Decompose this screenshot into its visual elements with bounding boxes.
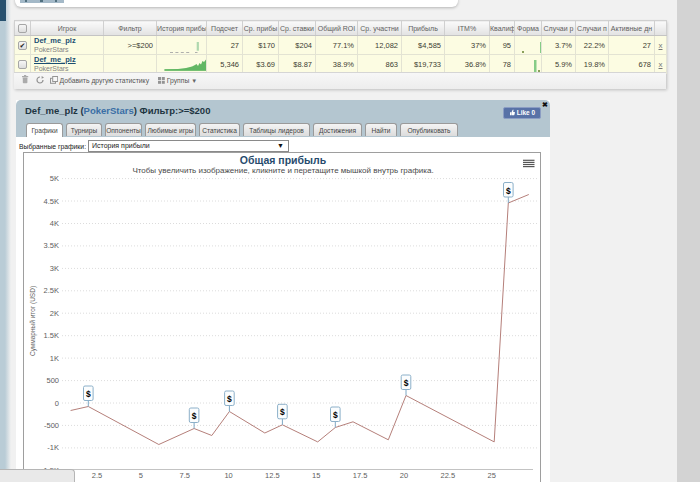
svg-text:2.5: 2.5 bbox=[92, 471, 102, 480]
svg-text:$: $ bbox=[333, 410, 338, 420]
svg-text:4K: 4K bbox=[50, 219, 59, 228]
svg-text:3.5K: 3.5K bbox=[44, 241, 59, 250]
svg-text:$: $ bbox=[280, 407, 285, 417]
svg-text:1K: 1K bbox=[50, 354, 59, 363]
svg-text:$: $ bbox=[404, 378, 409, 388]
svg-text:3K: 3K bbox=[50, 264, 59, 273]
svg-text:-500: -500 bbox=[44, 421, 59, 430]
svg-text:$: $ bbox=[506, 186, 511, 196]
svg-text:5K: 5K bbox=[50, 174, 59, 183]
svg-text:20: 20 bbox=[400, 471, 408, 480]
svg-text:Общая прибыль: Общая прибыль bbox=[240, 154, 327, 166]
svg-text:10: 10 bbox=[224, 471, 232, 480]
svg-text:$: $ bbox=[86, 389, 91, 399]
svg-text:-1K: -1K bbox=[47, 443, 59, 452]
svg-text:22.5: 22.5 bbox=[440, 471, 455, 480]
svg-text:5: 5 bbox=[139, 471, 143, 480]
svg-text:Суммарный итог (USD): Суммарный итог (USD) bbox=[29, 286, 37, 356]
svg-text:Чтобы увеличить изображение, к: Чтобы увеличить изображение, кликните и … bbox=[132, 166, 433, 175]
svg-text:2K: 2K bbox=[50, 309, 59, 318]
svg-text:$: $ bbox=[192, 411, 197, 421]
svg-text:17.5: 17.5 bbox=[353, 471, 368, 480]
svg-text:$: $ bbox=[227, 394, 232, 404]
svg-text:7.5: 7.5 bbox=[179, 471, 189, 480]
svg-text:1.5K: 1.5K bbox=[44, 331, 59, 340]
svg-text:12.5: 12.5 bbox=[265, 471, 280, 480]
svg-text:0: 0 bbox=[55, 399, 59, 408]
svg-text:500: 500 bbox=[46, 376, 59, 385]
svg-text:2.5K: 2.5K bbox=[44, 286, 59, 295]
svg-text:15: 15 bbox=[312, 471, 320, 480]
svg-text:4.5K: 4.5K bbox=[44, 197, 59, 206]
svg-text:25: 25 bbox=[487, 471, 495, 480]
